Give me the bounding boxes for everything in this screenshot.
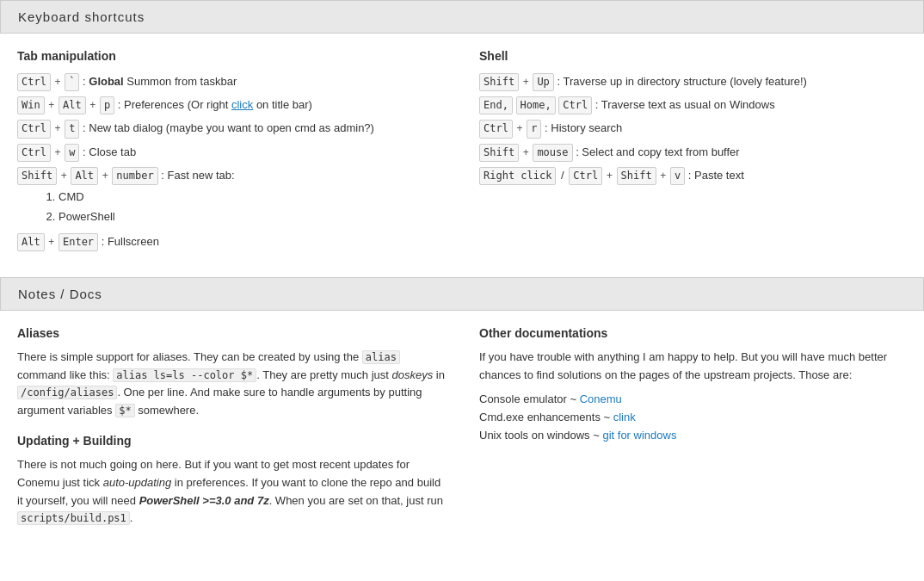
kbd-ctrl: Ctrl <box>17 73 51 91</box>
keyboard-shortcuts-title: Keyboard shortcuts <box>18 9 906 24</box>
kbd-win: Win <box>17 96 45 114</box>
other-docs-heading: Other documentations <box>479 326 907 340</box>
kbd-ctrl2: Ctrl <box>17 120 51 138</box>
tab-manipulation-col: Tab manipulation Ctrl + ` : Global Summo… <box>17 49 445 257</box>
powershell-em: PowerShell >=3.0 and 7z <box>139 494 269 507</box>
kbd-ctrl5: Ctrl <box>479 120 513 138</box>
aliases-paragraph: There is simple support for aliases. The… <box>17 349 445 420</box>
kbd-end: End, <box>479 96 513 114</box>
shortcut-history: Ctrl + r : History search <box>479 120 907 138</box>
kbd-alt2: Alt <box>71 167 98 185</box>
shortcut-close-tab: Ctrl + w : Close tab <box>17 144 445 162</box>
kbd-ctrl4: Ctrl <box>558 96 592 114</box>
shortcut-traverse-up: Shift + Up : Traverse up in directory st… <box>479 73 907 91</box>
shortcut-new-tab: Ctrl + t : New tab dialog (maybe you wan… <box>17 120 445 138</box>
kbd-ctrl6: Ctrl <box>569 167 602 185</box>
notes-section: Notes / Docs Aliases There is simple sup… <box>0 277 924 567</box>
alias-example-code: alias ls=ls --color $* <box>113 368 256 382</box>
updating-paragraph: There is not much going on here. But if … <box>17 456 445 528</box>
other-docs-intro: If you have trouble with anything I am h… <box>479 349 907 385</box>
shortcut-paste: Right click / Ctrl + Shift + v : Paste t… <box>479 167 907 185</box>
kbd-home: Home, <box>516 96 556 114</box>
shortcut-fast-new-tab: Shift + Alt + number : Fast new tab: CMD… <box>17 167 445 226</box>
kbd-v: v <box>670 167 685 185</box>
shortcuts-two-col: Tab manipulation Ctrl + ` : Global Summo… <box>17 49 907 257</box>
alias-code: alias <box>362 350 400 364</box>
other-docs-links: Console emulator ~ Conemu Cmd.exe enhanc… <box>479 391 907 444</box>
conemu-link[interactable]: Conemu <box>580 392 622 405</box>
kbd-shift: Shift <box>17 167 57 185</box>
kbd-ctrl3: Ctrl <box>17 144 51 162</box>
kbd-up: Up <box>533 73 553 91</box>
keyboard-shortcuts-content: Tab manipulation Ctrl + ` : Global Summo… <box>0 34 924 277</box>
notes-col-right: Other documentations If you have trouble… <box>479 326 907 541</box>
shortcut-fullscreen: Alt + Enter : Fullscreen <box>17 233 445 251</box>
clink-link[interactable]: clink <box>613 411 636 423</box>
fast-tab-item-powershell: PowerShell <box>59 208 445 226</box>
kbd-shift3: Shift <box>479 144 519 162</box>
kbd-backtick: ` <box>65 73 79 91</box>
doskeys-em: doskeys <box>392 368 434 381</box>
kbd-mouse: mouse <box>533 144 572 162</box>
kbd-r: r <box>527 120 541 138</box>
notes-two-col: Aliases There is simple support for alia… <box>17 326 907 541</box>
shortcut-select-copy: Shift + mouse : Select and copy text fro… <box>479 144 907 162</box>
kbd-w: w <box>65 144 79 162</box>
notes-title: Notes / Docs <box>18 287 906 301</box>
kbd-number: number <box>112 167 157 185</box>
notes-content: Aliases There is simple support for alia… <box>0 311 924 567</box>
kbd-shift2: Shift <box>479 73 519 91</box>
shortcut-global: Ctrl + ` : Global Summon from taskbar <box>17 73 445 91</box>
shortcut-preferences: Win + Alt + p : Preferences (Or right cl… <box>17 96 445 114</box>
keyboard-shortcuts-header: Keyboard shortcuts <box>0 0 924 34</box>
fast-tab-item-cmd: CMD <box>59 189 445 207</box>
updating-heading: Updating + Building <box>17 434 445 448</box>
notes-header: Notes / Docs <box>0 277 924 311</box>
shell-col: Shell Shift + Up : Traverse up in direct… <box>479 49 907 257</box>
fast-new-tab-list: CMD PowerShell <box>59 189 445 226</box>
kbd-alt: Alt <box>59 96 86 114</box>
auto-updating-em: auto-updating <box>103 476 172 489</box>
git-for-windows-link[interactable]: git for windows <box>602 429 676 442</box>
notes-col-left: Aliases There is simple support for alia… <box>17 326 445 541</box>
kbd-p: p <box>100 96 114 114</box>
dollar-star-code: $* <box>115 404 134 417</box>
config-path-code: /config/aliases <box>17 386 117 399</box>
shell-heading: Shell <box>479 49 907 63</box>
kbd-rightclick: Right click <box>479 167 556 185</box>
keyboard-shortcuts-section: Keyboard shortcuts Tab manipulation Ctrl… <box>0 0 924 277</box>
build-script-code: scripts/build.ps1 <box>17 511 130 525</box>
kbd-enter: Enter <box>59 233 98 251</box>
shortcut-traverse-text: End, Home, Ctrl : Traverse text as usual… <box>479 96 907 114</box>
kbd-t: t <box>65 120 79 138</box>
tab-manipulation-heading: Tab manipulation <box>17 49 445 63</box>
kbd-shift4: Shift <box>617 167 656 185</box>
kbd-alt3: Alt <box>17 233 45 251</box>
aliases-heading: Aliases <box>17 326 445 340</box>
click-link[interactable]: click <box>231 98 253 111</box>
